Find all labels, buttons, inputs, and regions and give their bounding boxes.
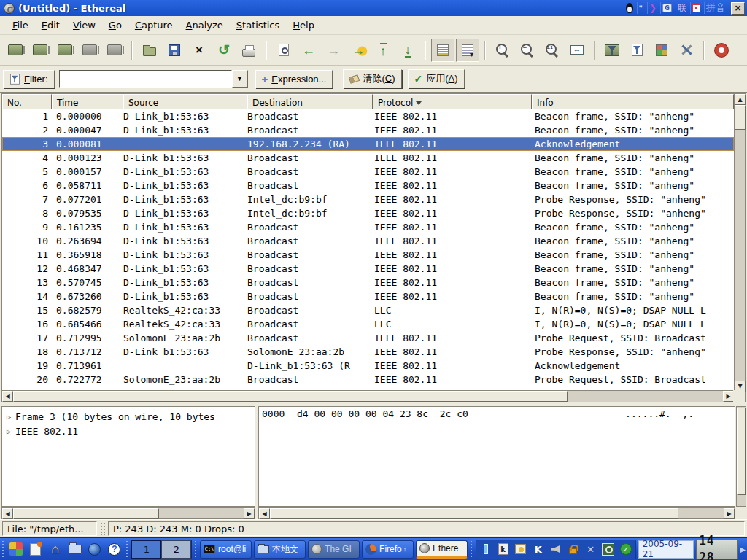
go-forward-button[interactable]: → [322, 39, 345, 62]
scroll-right-arrow[interactable]: ▶ [724, 508, 735, 519]
workspace-1[interactable]: 1 [131, 540, 161, 559]
vscroll-thumb[interactable] [737, 408, 746, 495]
column-header-protocol[interactable]: Protocol [373, 94, 532, 109]
taskbar-handle[interactable] [1, 540, 5, 558]
ime-pepper-icon[interactable]: ❯ [647, 2, 658, 14]
go-to-packet-button[interactable]: → [347, 39, 370, 62]
column-header-destination[interactable]: Destination [247, 94, 373, 109]
print-packets-button[interactable] [237, 39, 260, 62]
clear-filter-button[interactable]: 清除(C) [343, 69, 401, 88]
save-capture-file-button[interactable] [163, 39, 186, 62]
capture-options-button[interactable] [28, 39, 52, 62]
help-launcher-button[interactable]: ? [106, 540, 123, 559]
tree-row-ieee80211[interactable]: ▷ IEEE 802.11 [2, 424, 255, 438]
reload-capture-file-button[interactable]: ↺ [212, 39, 236, 62]
packet-row-7[interactable]: 70.077201D-Link_b1:53:63Intel_dc:b9:bfIE… [2, 192, 734, 206]
zoom-in-button[interactable]: + [491, 39, 514, 62]
screen-resize-icon-wrap[interactable]: ✕ [584, 542, 598, 556]
packet-row-15[interactable]: 150.682579RealtekS_42:ca:33BroadcastLLCI… [2, 303, 734, 317]
taskbar-date[interactable]: 2005-09-21 [638, 540, 694, 559]
packet-row-10[interactable]: 100.263694D-Link_b1:53:63BroadcastIEEE 8… [2, 234, 734, 248]
packet-list-hscrollbar[interactable]: ◀ ▶ [2, 390, 734, 402]
packet-row-20[interactable]: 200.722772SolomonE_23:aa:2bBroadcastIEEE… [2, 373, 734, 386]
apply-filter-button[interactable]: ✓ 应用(A) [408, 69, 465, 88]
filter-button[interactable]: Filter: [3, 70, 55, 88]
capture-restart-button[interactable] [103, 39, 126, 62]
go-back-button[interactable]: ← [297, 39, 320, 62]
packet-row-16[interactable]: 160.685466RealtekS_42:ca:33BroadcastLLCI… [2, 317, 734, 331]
preferences-dialog-button[interactable] [675, 39, 698, 62]
packet-row-4[interactable]: 40.000123D-Link_b1:53:63BroadcastIEEE 80… [2, 151, 734, 165]
packet-row-8[interactable]: 80.079535D-Link_b1:53:63Intel_dc:b9:bfIE… [2, 206, 734, 220]
home-launcher-button[interactable]: ⌂ [47, 540, 64, 559]
packet-row-13[interactable]: 130.570745D-Link_b1:53:63BroadcastIEEE 8… [2, 276, 734, 289]
packet-row-11[interactable]: 110.365918D-Link_b1:53:63BroadcastIEEE 8… [2, 248, 734, 262]
go-to-top-button[interactable]: ↑ [371, 39, 395, 62]
menu-file[interactable]: File [6, 18, 35, 33]
packet-row-6[interactable]: 60.058711D-Link_b1:53:63BroadcastIEEE 80… [2, 179, 734, 192]
task-button-[interactable]: 本地文 [254, 540, 306, 559]
ime-lock-icon[interactable] [690, 2, 702, 14]
help-contents-button[interactable] [710, 39, 733, 62]
capture-interfaces-button[interactable] [4, 39, 27, 62]
scroll-right-arrow[interactable]: ▶ [244, 508, 255, 519]
capture-stop-button[interactable] [78, 39, 101, 62]
taskbar-expand-arrow[interactable]: ▶ [740, 545, 746, 553]
tux-icon[interactable] [624, 2, 635, 14]
colorize-packet-list-button[interactable] [431, 39, 454, 62]
menu-help[interactable]: Help [286, 18, 321, 33]
hex-line[interactable]: 0000 d4 00 00 00 00 04 23 8c 2c c0 .....… [262, 408, 735, 419]
taskbar-handle[interactable] [194, 540, 198, 558]
hex-pane-vscrollbar[interactable] [736, 406, 746, 507]
hscroll-thumb[interactable] [13, 391, 568, 402]
resize-columns-button[interactable] [565, 39, 589, 62]
hscroll-thumb[interactable] [13, 508, 159, 519]
column-header-source[interactable]: Source [123, 94, 247, 109]
display-filter-dialog-button[interactable] [625, 39, 649, 62]
capture-filter-dialog-button[interactable] [600, 39, 624, 62]
coloring-rules-dialog-button[interactable] [650, 39, 673, 62]
close-button[interactable]: × [731, 2, 745, 15]
filter-input[interactable] [59, 70, 232, 88]
task-button-ethere[interactable]: Ethere [416, 540, 468, 559]
go-to-bottom-button[interactable]: ↓ [396, 39, 419, 62]
scroll-left-arrow[interactable]: ◀ [259, 508, 270, 519]
menu-edit[interactable]: Edit [35, 18, 66, 33]
expression-button[interactable]: + Expression... [255, 70, 333, 88]
volume-icon-wrap[interactable] [549, 542, 563, 556]
detail-pane-hscrollbar[interactable]: ◀ ▶ [1, 508, 255, 519]
taskbar-handle[interactable] [125, 540, 129, 558]
expander-triangle-icon[interactable]: ▷ [2, 413, 15, 421]
organizer-icon-wrap[interactable] [514, 542, 528, 556]
statusbar-resize-grip[interactable] [100, 522, 105, 535]
packet-row-18[interactable]: 180.713712D-Link_b1:53:63SolomonE_23:aa:… [2, 345, 734, 359]
find-packet-button[interactable] [272, 39, 295, 62]
scroll-up-arrow[interactable]: ▲ [735, 94, 746, 105]
menu-capture[interactable]: Capture [128, 18, 179, 33]
menu-statistics[interactable]: Statistics [230, 18, 286, 33]
packet-row-2[interactable]: 20.000047D-Link_b1:53:63BroadcastIEEE 80… [2, 123, 734, 137]
zoom-out-button[interactable]: − [516, 39, 539, 62]
map-magnifier-icon-wrap[interactable] [601, 542, 616, 556]
scroll-right-arrow[interactable]: ▶ [723, 391, 734, 402]
task-button-thegi[interactable]: The GI [308, 540, 360, 559]
scim-input-icon-wrap[interactable] [479, 542, 493, 556]
shield-check-icon-wrap[interactable]: ✓ [619, 542, 633, 556]
packet-row-19[interactable]: 190.713961D-Link_b1:53:63 (RIEEE 802.11A… [2, 359, 734, 373]
packet-row-3[interactable]: 30.000081192.168.2.234 (RA)IEEE 802.11Ac… [2, 137, 734, 151]
task-button-rootli[interactable]: C:\root@li [200, 540, 252, 559]
column-header-info[interactable]: Info [532, 94, 734, 109]
auto-scroll-live-button[interactable] [456, 39, 479, 62]
scroll-left-arrow[interactable]: ◀ [2, 391, 13, 402]
tree-row-frame[interactable]: ▷ Frame 3 (10 bytes on wire, 10 bytes [2, 409, 255, 424]
taskbar-handle[interactable] [470, 540, 473, 558]
capture-start-button[interactable] [53, 39, 77, 62]
expander-triangle-icon[interactable]: ▷ [2, 427, 15, 435]
klipper-icon-wrap[interactable]: k [496, 542, 511, 556]
ime-lian-label[interactable]: 联 [676, 2, 688, 14]
bytes-pane-hscrollbar[interactable]: ◀ ▶ [258, 508, 735, 519]
packet-list-vscrollbar[interactable]: ▲ ▼ [734, 94, 745, 392]
scroll-left-arrow[interactable]: ◀ [2, 508, 13, 519]
workspace-2[interactable]: 2 [161, 540, 191, 559]
open-capture-file-button[interactable] [138, 39, 161, 62]
